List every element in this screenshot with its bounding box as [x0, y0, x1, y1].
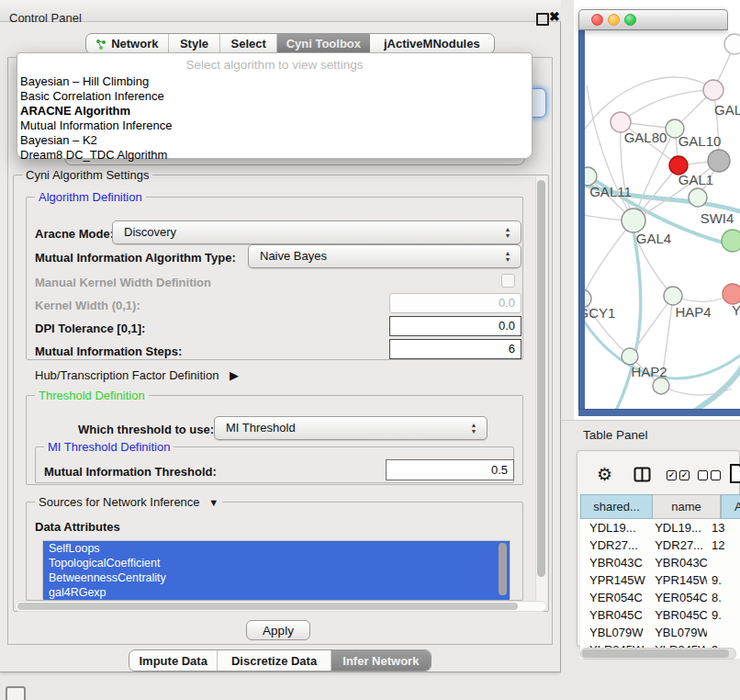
node[interactable] [653, 378, 669, 394]
stepper-arrows-icon: ▲▼ [469, 422, 478, 435]
split-columns-icon[interactable] [633, 467, 651, 485]
node-label: GAL11 [589, 184, 632, 199]
manual-kernel-width-checkbox[interactable] [501, 274, 515, 288]
network-window-frame [578, 409, 740, 416]
mac-minimize-button[interactable] [608, 14, 620, 26]
algorithm-option[interactable]: Basic Correlation Inference [20, 89, 164, 104]
background-canvas-strip [728, 9, 740, 31]
tab-network[interactable]: Network [86, 34, 169, 53]
edge [585, 220, 633, 299]
hub-definition-expander[interactable]: Hub/Transcription Factor Definition ▶ [35, 368, 239, 382]
aracne-mode-label: Aracne Mode: [35, 227, 114, 241]
tab-jactivemnodules-label: jActiveMNodules [384, 37, 480, 51]
apply-button[interactable]: Apply [246, 620, 310, 640]
data-attributes-label: Data Attributes [35, 520, 120, 534]
kernel-width-input[interactable]: 0.0 [389, 293, 521, 313]
attribute-item-selected[interactable]: gal4RGexp [43, 585, 510, 600]
node-salmon[interactable] [723, 284, 740, 304]
table-row[interactable]: YPR145W YPR145W 9. [580, 571, 740, 589]
mac-zoom-button[interactable] [624, 14, 636, 26]
aracne-mode-value: Discovery [124, 221, 176, 243]
float-panel-corner-icon[interactable] [6, 686, 26, 700]
node-green[interactable] [722, 230, 740, 252]
close-icon[interactable]: ✖ [549, 10, 560, 23]
table-panel-title: Table Panel [583, 428, 648, 442]
mi-steps-input[interactable]: 6 [389, 339, 521, 359]
cell-name: YER054C [645, 591, 707, 604]
node-gal11[interactable] [585, 167, 597, 186]
algorithm-option[interactable]: Mutual Information Inference [20, 119, 172, 133]
node-label: HAP4 [675, 304, 711, 320]
node-hap2[interactable] [622, 348, 638, 365]
mac-close-button[interactable] [591, 14, 603, 26]
mi-algorithm-type-combobox[interactable]: Naive Bayes ▲▼ [248, 244, 521, 268]
control-panel-tabbar: Network Style Select Cyni Toolbox jActiv… [85, 33, 495, 54]
node-label: GAL1 [678, 172, 713, 187]
table-row[interactable]: YBL079W YBL079W [580, 624, 740, 641]
tab-impute-data-label: Impute Data [140, 654, 207, 668]
cell-shared-name: YER054C [580, 591, 645, 604]
node-label: GAL10 [678, 133, 722, 149]
network-canvas[interactable]: GAL80 GAL10 GAL11 GAL1 GAL4 SWI4 GCY1 HA… [585, 30, 740, 409]
bottom-tabbar: Impute Data Discretize Data Infer Networ… [129, 649, 432, 672]
tab-impute-data[interactable]: Impute Data [129, 650, 218, 671]
algorithm-option[interactable]: Dream8 DC_TDC Algorithm [20, 148, 167, 163]
cell-name: YBL079W [645, 626, 707, 639]
tab-network-label: Network [111, 37, 158, 51]
table-row[interactable]: YDL19... YDL19... 13 [580, 519, 740, 536]
table-row[interactable]: YBR045C YBR045C 9. [580, 606, 740, 624]
tab-discretize-data[interactable]: Discretize Data [218, 650, 331, 671]
table-hscrollbar-thumb[interactable] [582, 649, 729, 658]
node-gray[interactable] [708, 150, 730, 172]
attribute-item-selected[interactable]: TopologicalCoefficient [43, 556, 510, 570]
table-row[interactable]: YDR27... YDR27... 12 [580, 536, 740, 554]
node-hap4[interactable] [664, 287, 682, 305]
column-header-partial[interactable]: A [721, 494, 740, 519]
dpi-tolerance-input[interactable]: 0.0 [389, 316, 521, 336]
dpi-tolerance-label: DPI Tolerance [0,1]: [35, 322, 145, 335]
gear-icon[interactable]: ⚙ [597, 464, 612, 485]
tab-infer-network[interactable]: Infer Network [331, 650, 431, 671]
node[interactable] [724, 34, 740, 54]
tab-jactivemnodules[interactable]: jActiveMNodules [370, 34, 494, 53]
node[interactable] [703, 80, 723, 100]
control-panel-titlebar [0, 0, 561, 22]
attributes-scrollbar-thumb[interactable] [499, 543, 507, 595]
tab-style[interactable]: Style [169, 34, 221, 53]
algorithm-option[interactable]: Bayesian – Hill Climbing [20, 74, 149, 89]
tab-infer-network-label: Infer Network [342, 654, 419, 668]
node-label: GCY1 [585, 305, 615, 321]
table-row[interactable]: YER054C YER054C 8. [580, 589, 740, 606]
threshold-definition-legend: Threshold Definition [35, 389, 149, 402]
which-threshold-combobox[interactable]: MI Threshold ▲▼ [214, 416, 488, 440]
node-label: Y [732, 302, 740, 318]
unchecked-checkboxes-icon[interactable] [698, 470, 721, 480]
page-icon[interactable] [729, 463, 740, 487]
network-icon [95, 39, 107, 50]
table-panel-divider [561, 420, 740, 421]
table-row[interactable]: YBR043C YBR043C [580, 554, 740, 571]
attribute-item-selected[interactable]: SelfLoops [43, 541, 510, 556]
node-swi4[interactable] [689, 188, 707, 207]
sources-legend-label: Sources for Network Inference [39, 495, 200, 509]
node-gal4[interactable] [622, 209, 645, 232]
float-window-icon[interactable] [536, 13, 549, 26]
algorithm-option-selected[interactable]: ARACNE Algorithm [20, 104, 130, 119]
column-header-shared-name[interactable]: shared... [580, 494, 653, 519]
which-threshold-label: Which threshold to use: [78, 423, 214, 436]
aracne-mode-combobox[interactable]: Discovery ▲▼ [112, 220, 521, 244]
settings-scrollbar-thumb[interactable] [537, 180, 545, 577]
mi-threshold-input[interactable]: 0.5 [386, 459, 514, 480]
column-header-name[interactable]: name [653, 494, 721, 519]
tab-select-label: Select [231, 37, 266, 51]
attribute-item-selected[interactable]: BetweennessCentrality [43, 570, 510, 585]
tab-select[interactable]: Select [220, 34, 277, 53]
stepper-arrows-icon: ▲▼ [503, 250, 512, 263]
algorithm-option[interactable]: Bayesian – K2 [20, 133, 97, 148]
checked-checkboxes-icon[interactable]: ✓✓ [667, 470, 690, 480]
node-label: GAL4 [636, 231, 671, 246]
cell-value: 13 [707, 521, 740, 535]
tab-cyni-toolbox[interactable]: Cyni Toolbox [277, 34, 370, 53]
settings-hscrollbar-thumb[interactable] [17, 603, 518, 610]
sources-legend[interactable]: Sources for Network Inference ▼ [35, 495, 222, 509]
